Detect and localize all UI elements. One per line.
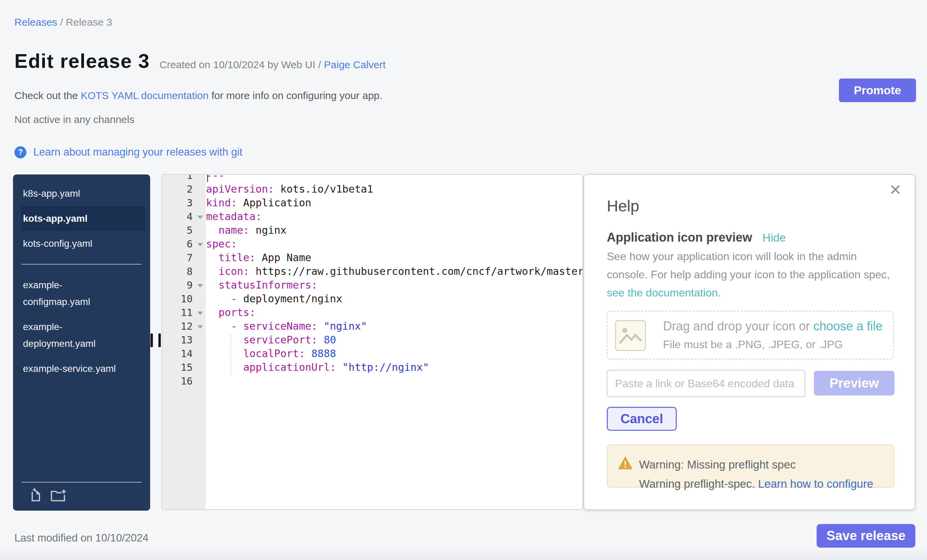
- author-link[interactable]: Paige Calvert: [324, 59, 386, 70]
- breadcrumb-separator: /: [57, 17, 66, 28]
- gutter-line-15: 15: [162, 361, 206, 374]
- file-list-divider: [21, 264, 141, 264]
- see-documentation-link[interactable]: see the documentation: [607, 287, 718, 299]
- code-line-1: ---: [206, 174, 225, 182]
- gutter-line-14: 14: [162, 347, 206, 361]
- gutter-line-12: 12: [162, 319, 206, 333]
- channel-status: Not active in any channels: [14, 114, 134, 126]
- docs-suffix: for more info on configuring your app.: [208, 90, 382, 101]
- help-paragraph: See how your application icon will look …: [607, 247, 890, 302]
- code-line-11: ports:: [206, 306, 256, 319]
- help-para-line1: See how your application icon will look …: [607, 247, 890, 266]
- gutter-line-11: 11: [162, 306, 206, 319]
- code-line-4: metadata:: [206, 210, 262, 223]
- icon-dropzone[interactable]: Drag and drop your icon or choose a file…: [607, 311, 894, 360]
- code-line-12: - serviceName: "nginx": [206, 319, 367, 333]
- code-line-14: localPort: 8888: [206, 347, 336, 361]
- git-releases-link[interactable]: Learn about managing your releases with …: [33, 146, 242, 158]
- page-title: Edit release 3: [14, 49, 150, 72]
- file-sidebar: k8s-app.yamlkots-app.yamlkots-config.yam…: [13, 175, 150, 511]
- fold-arrow-icon[interactable]: [198, 243, 203, 246]
- cancel-button[interactable]: Cancel: [607, 407, 677, 431]
- icon-url-input[interactable]: [607, 370, 805, 397]
- last-modified-label: Last modified on 10/10/2024: [14, 532, 149, 544]
- help-para-line2: console. For help adding your icon to th…: [607, 266, 890, 284]
- promote-button[interactable]: Promote: [839, 79, 916, 102]
- icon-preview-title: Application icon preview: [607, 230, 752, 245]
- help-title: Help: [607, 197, 639, 215]
- breadcrumb: Releases / Release 3: [14, 17, 112, 28]
- fold-arrow-icon[interactable]: [198, 325, 203, 329]
- gutter-line-3: 3: [162, 196, 206, 210]
- code-line-3: kind: Application: [206, 196, 311, 210]
- fold-arrow-icon[interactable]: [198, 311, 203, 315]
- gutter-line-16: 16: [162, 374, 206, 388]
- hide-link[interactable]: Hide: [763, 231, 786, 244]
- warning-title: Warning: Missing preflight spec: [639, 458, 796, 471]
- code-line-5: name: nginx: [206, 223, 287, 237]
- gutter-line-4: 4: [162, 210, 206, 223]
- file-item-example-configmap-yaml[interactable]: example-configmap.yaml: [21, 272, 145, 314]
- gutter-line-1: 1: [162, 174, 206, 182]
- code-line-6: spec:: [206, 237, 237, 251]
- file-item-k8s-app-yaml[interactable]: k8s-app.yaml: [21, 181, 145, 206]
- code-line-8: icon: https://raw.githubusercontent.com/…: [206, 264, 583, 278]
- file-item-kots-config-yaml[interactable]: kots-config.yaml: [21, 231, 145, 256]
- bottom-fade: [0, 546, 927, 560]
- drop-text: Drag and drop your icon or: [663, 319, 813, 333]
- code-line-13: servicePort: 80: [206, 333, 336, 347]
- file-item-kots-app-yaml[interactable]: kots-app.yaml: [21, 206, 145, 231]
- drop-note: File must be a .PNG, .JPEG, or .JPG: [663, 338, 843, 351]
- warning-configure-link[interactable]: Learn how to configure: [758, 477, 873, 490]
- docs-prefix: Check out the: [14, 90, 81, 101]
- image-placeholder-icon: [615, 320, 646, 351]
- breadcrumb-current: Release 3: [66, 17, 112, 28]
- fold-arrow-icon[interactable]: [198, 284, 203, 288]
- save-release-button[interactable]: Save release: [817, 524, 915, 548]
- warning-triangle-icon: [618, 456, 633, 471]
- code-line-9: statusInformers:: [206, 278, 318, 292]
- add-file-icon[interactable]: [29, 488, 42, 502]
- editor-gutter: 12345678910111213141516: [162, 175, 206, 509]
- code-line-10: - deployment/nginx: [206, 292, 342, 306]
- file-item-example-service-yaml[interactable]: example-service.yaml: [21, 356, 145, 381]
- created-text: Created on 10/10/2024 by Web UI /: [160, 59, 324, 70]
- file-item-example-deployment-yaml[interactable]: example-deployment.yaml: [21, 314, 145, 356]
- warning-body: Warning preflight-spec. Learn how to con…: [639, 477, 873, 490]
- gutter-line-8: 8: [162, 264, 206, 278]
- close-icon[interactable]: ✕: [889, 182, 902, 197]
- gutter-line-2: 2: [162, 182, 206, 196]
- fold-arrow-icon[interactable]: [198, 216, 203, 219]
- git-help-row: ? Learn about managing your releases wit…: [14, 146, 242, 158]
- docs-line: Check out the KOTS YAML documentation fo…: [14, 90, 382, 102]
- code-line-2: apiVersion: kots.io/v1beta1: [206, 182, 373, 196]
- text-cursor: [207, 175, 208, 182]
- add-folder-icon[interactable]: [50, 488, 68, 502]
- gutter-line-10: 10: [162, 292, 206, 306]
- gutter-line-13: 13: [162, 333, 206, 347]
- file-list: k8s-app.yamlkots-app.yamlkots-config.yam…: [13, 175, 150, 381]
- breadcrumb-releases-link[interactable]: Releases: [14, 17, 57, 28]
- gutter-line-5: 5: [162, 223, 206, 237]
- preview-button[interactable]: Preview: [814, 371, 894, 396]
- gutter-line-7: 7: [162, 251, 206, 264]
- choose-file-link[interactable]: choose a file: [813, 319, 883, 333]
- created-info: Created on 10/10/2024 by Web UI / Paige …: [160, 59, 386, 71]
- warning-box: Warning: Missing preflight spec Warning …: [607, 445, 894, 488]
- help-panel: ✕ Help Application icon preview Hide See…: [584, 174, 915, 510]
- code-line-7: title: App Name: [206, 251, 311, 264]
- gutter-line-6: 6: [162, 237, 206, 251]
- kots-yaml-docs-link[interactable]: KOTS YAML documentation: [81, 90, 208, 101]
- yaml-editor[interactable]: 12345678910111213141516 ---apiVersion: k…: [161, 174, 583, 510]
- gutter-line-9: 9: [162, 278, 206, 292]
- sidebar-divider: [21, 482, 141, 483]
- indent-guide: [230, 334, 231, 376]
- code-line-15: applicationUrl: "http://nginx": [206, 361, 429, 374]
- question-mark-icon: ?: [14, 146, 26, 158]
